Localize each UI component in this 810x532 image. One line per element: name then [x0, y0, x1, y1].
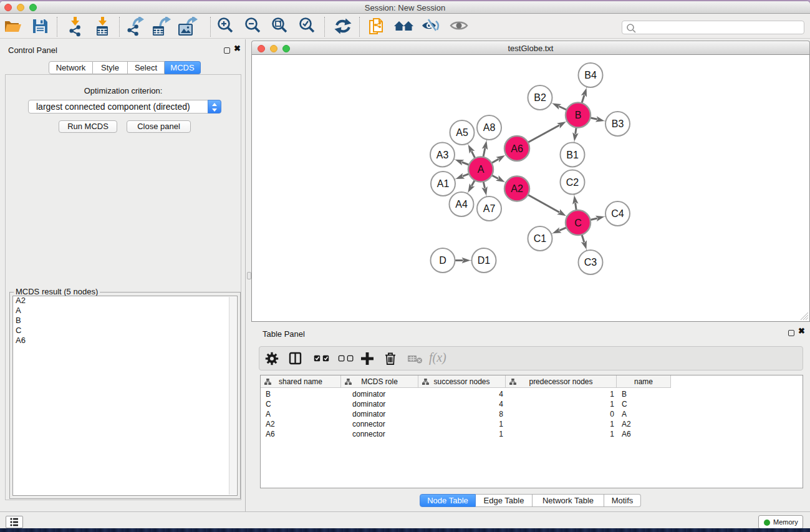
svg-text:B1: B1 — [566, 150, 579, 160]
svg-text:A7: A7 — [483, 203, 496, 214]
svg-text:A4: A4 — [455, 199, 468, 210]
svg-text:C1: C1 — [534, 233, 547, 244]
svg-text:D: D — [439, 255, 446, 266]
svg-text:B2: B2 — [534, 92, 546, 103]
svg-text:A8: A8 — [483, 122, 496, 133]
svg-text:A1: A1 — [437, 178, 450, 189]
svg-text:D1: D1 — [478, 255, 491, 266]
svg-text:A: A — [478, 164, 485, 175]
svg-text:C4: C4 — [611, 208, 624, 219]
svg-text:A5: A5 — [456, 127, 468, 138]
svg-text:B3: B3 — [612, 118, 624, 129]
svg-text:A6: A6 — [511, 143, 523, 154]
svg-text:A2: A2 — [511, 183, 523, 194]
svg-text:C2: C2 — [566, 177, 579, 188]
svg-text:C: C — [574, 218, 582, 228]
svg-text:B: B — [575, 110, 582, 120]
svg-text:A3: A3 — [436, 150, 449, 160]
svg-text:C3: C3 — [584, 257, 597, 268]
svg-text:B4: B4 — [584, 70, 597, 80]
